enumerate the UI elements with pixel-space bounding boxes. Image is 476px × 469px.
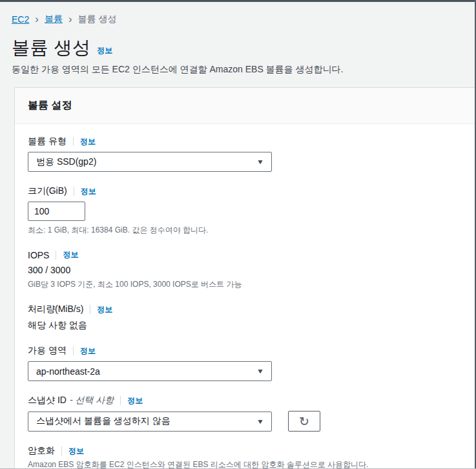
field-size: 크기(GiB) 정보 최소: 1 GiB, 최대: 16384 GiB. 값은 … <box>28 185 476 236</box>
field-snapshot-id: 스냅샷 ID - 선택 사항 정보 스냅샷에서 볼륨을 생성하지 않음 ▼ ↻ <box>28 395 476 432</box>
size-input[interactable] <box>28 202 85 221</box>
create-volume-page: EC2 › 볼륨 › 볼륨 생성 볼륨 생성 정보 동일한 가용 영역의 모든 … <box>0 2 476 469</box>
encryption-label-row: 암호화 정보 <box>28 445 476 457</box>
volume-type-info-link[interactable]: 정보 <box>80 136 96 147</box>
encryption-info-link[interactable]: 정보 <box>68 446 84 457</box>
chevron-down-icon: ▼ <box>256 158 264 165</box>
encryption-label: 암호화 <box>28 445 55 457</box>
breadcrumb-separator-icon: › <box>68 15 72 24</box>
throughput-label: 처리량(MiB/s) <box>28 304 83 315</box>
size-label: 크기(GiB) <box>28 185 67 197</box>
volume-type-label: 볼륨 유형 <box>28 136 67 147</box>
size-label-row: 크기(GiB) 정보 <box>28 185 476 197</box>
snapshot-optional-label: - 선택 사항 <box>70 395 114 406</box>
volume-type-selected-value: 범용 SSD(gp2) <box>36 156 96 168</box>
card-body: 볼륨 유형 정보 범용 SSD(gp2) ▼ 크기(GiB) 정보 최소: 1 … <box>15 124 476 469</box>
label-divider <box>73 137 74 146</box>
breadcrumb-link-volumes[interactable]: 볼륨 <box>45 14 63 25</box>
refresh-snapshots-button[interactable]: ↻ <box>288 411 320 432</box>
page-title-row: 볼륨 생성 정보 <box>12 36 476 60</box>
label-divider <box>73 346 74 355</box>
volume-type-label-row: 볼륨 유형 정보 <box>28 136 476 147</box>
label-divider <box>61 446 62 455</box>
breadcrumb-separator-icon: › <box>35 15 39 24</box>
label-divider <box>74 187 74 196</box>
iops-label: IOPS <box>28 250 49 260</box>
field-encryption: 암호화 정보 Amazon EBS 암호화를 EC2 인스턴스와 연결된 EBS… <box>28 445 476 469</box>
az-label-row: 가용 영역 정보 <box>28 345 476 357</box>
encryption-description: Amazon EBS 암호화를 EC2 인스턴스와 연결된 EBS 리소스에 대… <box>28 459 476 469</box>
size-info-link[interactable]: 정보 <box>81 186 96 197</box>
field-iops: IOPS 정보 300 / 3000 GiB당 3 IOPS 기준, 최소 10… <box>28 249 476 290</box>
az-label: 가용 영역 <box>28 345 67 357</box>
page-title-info-link[interactable]: 정보 <box>97 45 112 56</box>
field-availability-zone: 가용 영역 정보 ap-northeast-2a ▼ <box>28 345 476 381</box>
field-volume-type: 볼륨 유형 정보 범용 SSD(gp2) ▼ <box>28 136 476 172</box>
snapshot-info-link[interactable]: 정보 <box>127 395 143 406</box>
label-divider <box>56 251 56 260</box>
page-title: 볼륨 생성 <box>12 36 90 60</box>
size-helper-text: 최소: 1 GiB, 최대: 16384 GiB. 값은 정수여야 합니다. <box>28 225 476 236</box>
volume-type-select[interactable]: 범용 SSD(gp2) ▼ <box>28 152 272 172</box>
snapshot-label-row: 스냅샷 ID - 선택 사항 정보 <box>28 395 476 406</box>
label-divider <box>120 396 121 405</box>
card-header: 볼륨 설정 <box>15 88 476 124</box>
refresh-icon: ↻ <box>299 415 309 428</box>
volume-settings-card: 볼륨 설정 볼륨 유형 정보 범용 SSD(gp2) ▼ 크기(GiB) <box>14 87 476 469</box>
az-info-link[interactable]: 정보 <box>80 346 96 357</box>
iops-helper-text: GiB당 3 IOPS 기준, 최소 100 IOPS, 3000 IOPS로 … <box>28 279 476 290</box>
throughput-label-row: 처리량(MiB/s) 정보 <box>28 304 476 315</box>
breadcrumb: EC2 › 볼륨 › 볼륨 생성 <box>12 2 476 25</box>
field-throughput: 처리량(MiB/s) 정보 해당 사항 없음 <box>28 304 476 331</box>
breadcrumb-link-ec2[interactable]: EC2 <box>12 14 29 25</box>
az-selected-value: ap-northeast-2a <box>36 366 100 377</box>
page-description: 동일한 가용 영역의 모든 EC2 인스턴스에 연결할 Amazon EBS 볼… <box>12 64 476 76</box>
throughput-info-link[interactable]: 정보 <box>97 304 112 315</box>
breadcrumb-current-page: 볼륨 생성 <box>78 14 117 25</box>
iops-value: 300 / 3000 <box>28 265 476 275</box>
snapshot-label: 스냅샷 ID <box>28 395 67 406</box>
snapshot-selected-value: 스냅샷에서 볼륨을 생성하지 않음 <box>36 415 171 427</box>
snapshot-controls-row: 스냅샷에서 볼륨을 생성하지 않음 ▼ ↻ <box>28 411 476 432</box>
iops-label-row: IOPS 정보 <box>28 249 476 260</box>
chevron-down-icon: ▼ <box>256 368 264 375</box>
availability-zone-select[interactable]: ap-northeast-2a ▼ <box>28 361 272 381</box>
iops-info-link[interactable]: 정보 <box>63 249 78 260</box>
label-divider <box>90 305 90 314</box>
throughput-value: 해당 사항 없음 <box>28 320 476 331</box>
snapshot-select[interactable]: 스냅샷에서 볼륨을 생성하지 않음 ▼ <box>28 412 272 432</box>
chevron-down-icon: ▼ <box>256 418 264 425</box>
card-title: 볼륨 설정 <box>28 99 476 112</box>
